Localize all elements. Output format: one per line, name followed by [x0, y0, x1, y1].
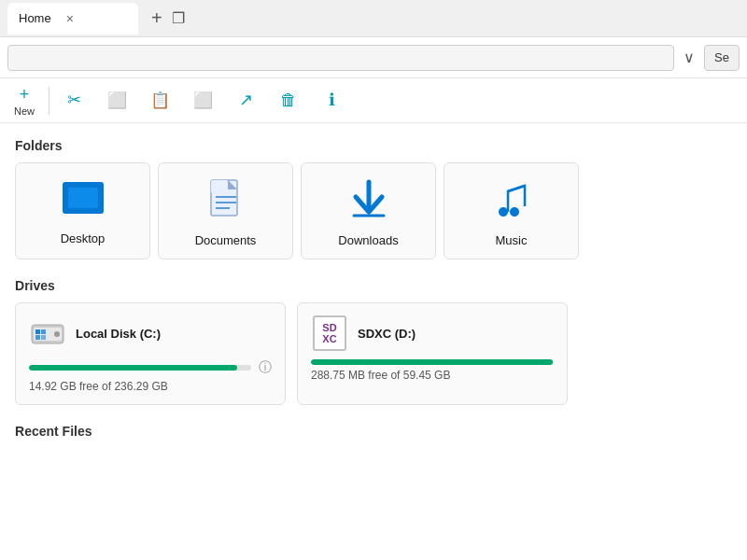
cut-button[interactable]: ✂ [53, 81, 94, 120]
new-tab-button[interactable]: + [146, 6, 168, 31]
cdrive-name: Local Disk (C:) [76, 327, 161, 341]
drive-header-d: SDXC SDXC (D:) [311, 315, 554, 352]
svg-rect-3 [211, 180, 228, 193]
toolbar-divider [49, 87, 49, 115]
sdxc-icon: SDXC [311, 315, 348, 352]
new-icon: + [20, 85, 30, 105]
tab-bar: Home × + ❐ [0, 0, 747, 37]
drives-grid: Local Disk (C:) ⓘ 14.92 GB free of 236.2… [15, 302, 732, 405]
cdrive-bar-row: ⓘ [29, 359, 272, 376]
address-bar: ∨ Se [0, 37, 747, 78]
new-button-label: New [14, 105, 35, 117]
drive-card-d[interactable]: SDXC SDXC (D:) 288.75 MB free of 59.45 G… [297, 302, 568, 405]
new-button[interactable]: + New [4, 81, 45, 120]
folders-section-title: Folders [15, 138, 732, 153]
svg-rect-15 [35, 335, 40, 340]
svg-line-9 [508, 186, 525, 191]
share-icon: ↗ [239, 90, 253, 110]
documents-icon [205, 178, 247, 226]
cut-icon: ✂ [67, 90, 81, 110]
rename-icon: ⬜ [193, 91, 213, 110]
folder-card-downloads[interactable]: Downloads [301, 162, 436, 259]
ddrive-name: SDXC (D:) [358, 327, 416, 341]
svg-rect-14 [41, 329, 46, 334]
tab-label: Home [19, 11, 51, 25]
downloads-icon [348, 178, 389, 226]
active-tab[interactable]: Home × [7, 3, 138, 35]
recent-files-title: Recent Files [15, 424, 732, 439]
music-label: Music [496, 233, 528, 247]
svg-rect-16 [41, 335, 46, 340]
folder-grid: Desktop Documents [15, 162, 732, 259]
share-button[interactable]: ↗ [225, 81, 266, 120]
drives-section-title: Drives [15, 278, 732, 293]
desktop-label: Desktop [61, 231, 106, 245]
ddrive-bar-fill [311, 359, 553, 365]
svg-rect-1 [68, 188, 98, 208]
drive-card-c[interactable]: Local Disk (C:) ⓘ 14.92 GB free of 236.2… [15, 302, 286, 405]
cdrive-info-button[interactable]: ⓘ [259, 359, 272, 376]
svg-point-12 [54, 331, 60, 337]
search-button[interactable]: Se [704, 45, 740, 71]
main-content: Folders Desktop [0, 123, 747, 560]
sdxc-label: SDXC [313, 315, 346, 351]
delete-icon: 🗑 [280, 91, 297, 110]
cdrive-bar-fill [29, 365, 237, 371]
info-icon: ℹ [329, 90, 335, 110]
drive-header-c: Local Disk (C:) [29, 315, 272, 352]
folder-card-desktop[interactable]: Desktop [15, 162, 150, 259]
cdrive-icon [29, 315, 66, 352]
ddrive-bar-row [311, 359, 554, 365]
ddrive-bar-bg [311, 359, 554, 365]
downloads-label: Downloads [338, 233, 398, 247]
copy-button[interactable]: ⬜ [96, 81, 137, 120]
info-button[interactable]: ℹ [311, 81, 352, 120]
documents-label: Documents [195, 233, 257, 247]
desktop-icon [61, 180, 106, 224]
delete-button[interactable]: 🗑 [268, 81, 309, 120]
rename-button[interactable]: ⬜ [182, 81, 223, 120]
tab-close-button[interactable]: × [66, 11, 74, 26]
address-dropdown-button[interactable]: ∨ [678, 45, 700, 70]
folder-card-music[interactable]: Music [444, 162, 579, 259]
toolbar: + New ✂ ⬜ 📋 ⬜ ↗ 🗑 ℹ [0, 78, 747, 123]
address-input[interactable] [7, 45, 674, 71]
svg-rect-13 [35, 329, 40, 334]
paste-button[interactable]: 📋 [139, 81, 180, 120]
cdrive-bar-bg [29, 365, 251, 371]
paste-icon: 📋 [150, 91, 170, 110]
ddrive-free: 288.75 MB free of 59.45 GB [311, 369, 554, 382]
music-icon [491, 178, 532, 226]
folder-card-documents[interactable]: Documents [158, 162, 293, 259]
duplicate-tab-button[interactable]: ❐ [172, 9, 185, 27]
cdrive-free: 14.92 GB free of 236.29 GB [29, 380, 272, 393]
copy-icon: ⬜ [107, 91, 127, 110]
